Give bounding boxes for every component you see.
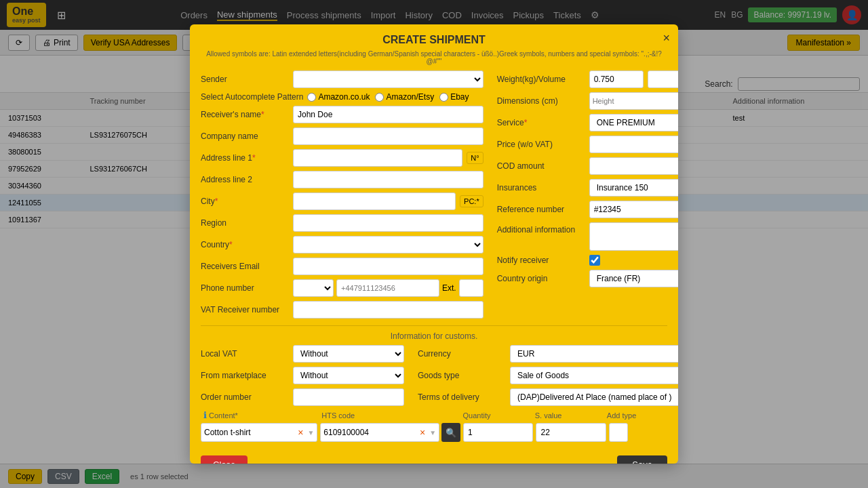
main-form-grid: Sender Select Autocomplete Pattern Amazo… bbox=[201, 70, 667, 323]
company-name-input[interactable] bbox=[293, 127, 484, 145]
delivery-row: Terms of delivery (DAP)Delivered At Plac… bbox=[418, 388, 678, 406]
city-label: City* bbox=[201, 197, 289, 206]
radio-amazon-etsy[interactable]: Amazon/Etsy bbox=[375, 92, 434, 102]
cod-row: COD amount EUR bbox=[497, 157, 678, 175]
receivers-name-row: Receiver's name* John Doe bbox=[201, 106, 484, 123]
cod-input[interactable] bbox=[589, 157, 678, 175]
notify-label: Notify receiver bbox=[497, 256, 585, 265]
receivers-name-input[interactable]: John Doe bbox=[293, 106, 484, 123]
customs-right: Currency EUR Goods type Sale of Goods Te… bbox=[418, 345, 678, 410]
price-row: Price (w/o VAT) bbox=[497, 136, 678, 153]
service-label: Service* bbox=[497, 118, 585, 127]
insurance-select[interactable]: Insurance 150 bbox=[589, 179, 678, 197]
cod-label: COD amount bbox=[497, 161, 585, 171]
currency-select[interactable]: EUR bbox=[510, 345, 678, 363]
content-item-remove-button[interactable]: × bbox=[296, 427, 304, 438]
reference-row: Reference number bbox=[497, 201, 678, 218]
notify-row: Notify receiver bbox=[497, 255, 678, 266]
vat-label: VAT Receiver number bbox=[201, 305, 289, 314]
email-input[interactable] bbox=[293, 258, 484, 275]
phone-label: Phone number bbox=[201, 283, 289, 293]
goods-type-label: Goods type bbox=[418, 371, 506, 380]
service-row: Service* ONE PREMIUM bbox=[497, 114, 678, 131]
content-item-tag: Cotton t-shirt × ▼ bbox=[201, 423, 317, 442]
content-table-header: ℹ Content* HTS code Quantity S. value Ad… bbox=[201, 410, 667, 420]
city-pc-suffix: PC:* bbox=[460, 195, 484, 207]
goods-type-select[interactable]: Sale of Goods bbox=[510, 367, 678, 384]
insurance-label: Insurances bbox=[497, 183, 585, 192]
modal-title: CREATE SHIPMENT bbox=[190, 24, 678, 49]
country-row: Country* bbox=[201, 236, 484, 253]
phone-ext-label: Ext. bbox=[442, 283, 456, 293]
left-form-section: Sender Select Autocomplete Pattern Amazo… bbox=[201, 70, 484, 323]
company-name-label: Company name bbox=[201, 131, 289, 141]
hts-remove-button[interactable]: × bbox=[418, 427, 427, 438]
content-item-label: Cotton t-shirt bbox=[204, 428, 294, 437]
insurance-row: Insurances Insurance 150 bbox=[497, 179, 678, 197]
quantity-input[interactable] bbox=[463, 423, 533, 442]
region-input[interactable] bbox=[293, 214, 484, 232]
phone-code-select[interactable] bbox=[293, 279, 334, 297]
phone-row: Phone number Ext. bbox=[201, 279, 484, 297]
country-origin-select[interactable]: France (FR) bbox=[589, 270, 678, 287]
customs-divider: Information for customs. bbox=[201, 325, 667, 345]
price-label: Price (w/o VAT) bbox=[497, 140, 585, 149]
customs-grid: Local VAT Without From marketplace Witho… bbox=[201, 345, 667, 410]
reference-label: Reference number bbox=[497, 205, 585, 214]
order-number-label: Order number bbox=[201, 392, 289, 402]
local-vat-select[interactable]: Without bbox=[293, 345, 404, 363]
close-button[interactable]: Close bbox=[201, 455, 248, 464]
right-form-section: Weight(kg)/Volume Dimensions (cm) S bbox=[497, 70, 678, 323]
country-select[interactable] bbox=[293, 236, 484, 253]
content-col-header: ℹ Content* bbox=[203, 410, 319, 420]
radio-amazon-uk[interactable]: Amazon.co.uk bbox=[307, 92, 370, 102]
local-vat-label: Local VAT bbox=[201, 349, 289, 359]
currency-label: Currency bbox=[418, 349, 506, 359]
receivers-name-label: Receiver's name* bbox=[201, 110, 289, 119]
country-label: Country* bbox=[201, 240, 289, 249]
content-row: Cotton t-shirt × ▼ 6109100004 × ▼ 🔍 bbox=[201, 423, 667, 442]
modal-close-button[interactable]: × bbox=[663, 31, 670, 45]
phone-number-input[interactable] bbox=[336, 279, 439, 297]
order-number-input[interactable] bbox=[293, 388, 404, 406]
delivery-label: Terms of delivery bbox=[418, 392, 506, 402]
phone-ext-input[interactable] bbox=[459, 279, 484, 297]
sender-select[interactable] bbox=[293, 70, 484, 88]
reference-input[interactable] bbox=[589, 201, 678, 218]
weight-input[interactable] bbox=[589, 70, 644, 88]
height-input[interactable] bbox=[589, 92, 678, 110]
autocomplete-radio-group: Amazon.co.uk Amazon/Etsy Ebay bbox=[307, 92, 469, 102]
dimensions-row: Dimensions (cm) bbox=[497, 92, 678, 110]
radio-ebay[interactable]: Ebay bbox=[439, 92, 469, 102]
hts-col-header: HTS code bbox=[321, 411, 460, 420]
company-name-row: Company name bbox=[201, 127, 484, 145]
country-origin-row: Country origin France (FR) bbox=[497, 270, 678, 287]
sender-label: Sender bbox=[201, 75, 289, 84]
volume-input[interactable] bbox=[648, 70, 678, 88]
service-select[interactable]: ONE PREMIUM bbox=[589, 114, 678, 131]
save-button[interactable]: Save bbox=[617, 455, 667, 464]
city-input[interactable] bbox=[293, 192, 456, 210]
hts-search-button[interactable]: 🔍 bbox=[441, 423, 460, 442]
hts-value: 6109100004 bbox=[323, 428, 416, 437]
svalue-input[interactable] bbox=[536, 423, 606, 442]
address2-input[interactable] bbox=[293, 171, 484, 188]
hts-input-group: 6109100004 × ▼ 🔍 bbox=[320, 423, 460, 442]
goods-type-row: Goods type Sale of Goods bbox=[418, 367, 678, 384]
currency-row: Currency EUR bbox=[418, 345, 678, 363]
additional-info-label: Additional information bbox=[497, 222, 585, 235]
create-shipment-modal: CREATE SHIPMENT Allowed symbols are: Lat… bbox=[190, 24, 678, 464]
delivery-select[interactable]: (DAP)Delivered At Place (named place of … bbox=[510, 388, 678, 406]
email-label: Receivers Email bbox=[201, 262, 289, 271]
vat-row: VAT Receiver number bbox=[201, 301, 484, 319]
region-label: Region bbox=[201, 218, 289, 228]
address1-suffix: N° bbox=[467, 152, 483, 164]
address2-row: Address line 2 bbox=[201, 171, 484, 188]
hts-dropdown-icon: ▼ bbox=[429, 429, 436, 436]
vat-input[interactable] bbox=[293, 301, 484, 319]
additional-info-textarea[interactable] bbox=[589, 222, 678, 251]
address1-input[interactable] bbox=[293, 149, 462, 167]
price-input[interactable] bbox=[589, 136, 678, 153]
notify-checkbox[interactable] bbox=[589, 255, 600, 266]
marketplace-select[interactable]: Without bbox=[293, 367, 404, 384]
